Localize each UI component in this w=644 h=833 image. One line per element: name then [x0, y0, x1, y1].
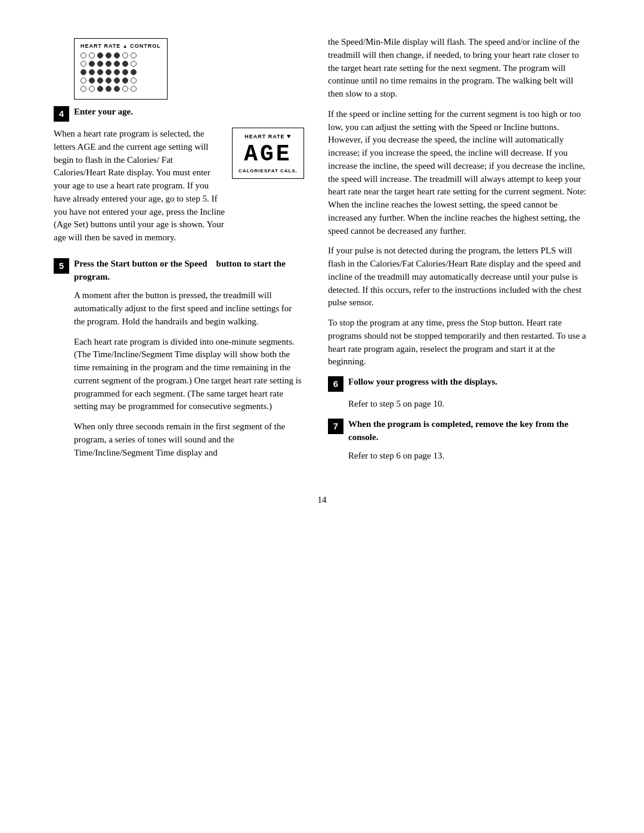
- dot: [131, 78, 137, 83]
- step-7-title: When the program is completed, remove th…: [348, 418, 590, 444]
- step-7-para1: Refer to step 6 on page 13.: [348, 450, 590, 463]
- age-display: HEART RATE ♥ AGE CALORIES FAT CALS.: [232, 128, 304, 179]
- dot: [106, 52, 112, 58]
- step-7-content: Refer to step 6 on page 13.: [348, 450, 590, 463]
- two-column-layout: HEART RATE ▲ CONTROL: [54, 36, 590, 470]
- dot: [80, 78, 86, 83]
- step-4: 4 Enter your age.: [54, 106, 304, 122]
- dot: [97, 78, 103, 83]
- age-display-top-label: HEART RATE ♥: [239, 132, 298, 141]
- dot: [80, 69, 86, 75]
- dot: [89, 86, 95, 92]
- dot: [114, 61, 120, 67]
- step-5-title-block: Press the Start button or the Speed butt…: [74, 258, 304, 284]
- age-display-bottom: CALORIES FAT CALS.: [239, 168, 298, 175]
- dot: [114, 52, 120, 58]
- step-5: 5 Press the Start button or the Speed bu…: [54, 258, 304, 284]
- dot: [122, 78, 128, 83]
- dot: [106, 78, 112, 83]
- step-4-para1: When a heart rate program is selected, t…: [54, 128, 226, 244]
- step-4-content: When a heart rate program is selected, t…: [54, 128, 226, 252]
- right-para4: To stop the program at any time, press t…: [328, 317, 590, 368]
- dot: [80, 61, 86, 67]
- step-6: 6 Follow your progress with the displays…: [328, 376, 590, 392]
- right-para3: If your pulse is not detected during the…: [328, 244, 590, 309]
- dot: [89, 69, 95, 75]
- step-6-para1: Refer to step 5 on page 10.: [348, 398, 590, 411]
- dot: [89, 78, 95, 83]
- dot: [97, 52, 103, 58]
- dot: [80, 86, 86, 92]
- dot: [106, 61, 112, 67]
- step-5-title: Press the Start button or the Speed butt…: [74, 259, 286, 281]
- dot: [122, 69, 128, 75]
- dot: [80, 52, 86, 58]
- dot: [89, 52, 95, 58]
- step-6-title: Follow your progress with the displays.: [348, 376, 497, 389]
- age-display-digits: AGE: [239, 143, 298, 166]
- step-5-content: A moment after the button is pressed, th…: [74, 289, 304, 459]
- dot: [114, 69, 120, 75]
- dot: [122, 86, 128, 92]
- heart-rate-control-diagram: HEART RATE ▲ CONTROL: [74, 38, 168, 100]
- dot: [114, 78, 120, 83]
- dot: [97, 61, 103, 67]
- dot: [97, 86, 103, 92]
- dot: [97, 69, 103, 75]
- dot: [106, 69, 112, 75]
- step-6-number: 6: [328, 376, 343, 392]
- step-7: 7 When the program is completed, remove …: [328, 418, 590, 444]
- step-7-number: 7: [328, 419, 343, 434]
- dot: [114, 86, 120, 92]
- step-5-para3: When only three seconds remain in the fi…: [74, 420, 304, 459]
- right-column: the Speed/Min-Mile display will flash. T…: [328, 36, 590, 470]
- right-para1: the Speed/Min-Mile display will flash. T…: [328, 36, 590, 101]
- dot: [106, 86, 112, 92]
- page-number: 14: [54, 494, 590, 507]
- dot: [131, 86, 137, 92]
- step-6-content: Refer to step 5 on page 10.: [348, 398, 590, 411]
- step-5-para2: Each heart rate program is divided into …: [74, 336, 304, 414]
- step-5-para1: A moment after the button is pressed, th…: [74, 289, 304, 328]
- age-display-box: HEART RATE ♥ AGE CALORIES FAT CALS.: [232, 128, 304, 179]
- right-para2: If the speed or incline setting for the …: [328, 108, 590, 238]
- step-4-title: Enter your age.: [74, 106, 133, 119]
- dot: [131, 52, 137, 58]
- left-column: HEART RATE ▲ CONTROL: [54, 36, 304, 470]
- calories-label: CALORIES: [239, 168, 268, 175]
- dot: [122, 61, 128, 67]
- dot: [131, 69, 137, 75]
- heart-icon: ♥: [287, 132, 292, 140]
- step-4-number: 4: [54, 106, 69, 122]
- dot: [89, 61, 95, 67]
- dot: [131, 61, 137, 67]
- step-5-number: 5: [54, 258, 69, 274]
- hr-control-label: HEART RATE ▲ CONTROL: [80, 42, 161, 50]
- dot: [122, 52, 128, 58]
- fat-cals-label: FAT CALS.: [268, 168, 298, 175]
- page: HEART RATE ▲ CONTROL: [0, 0, 644, 833]
- dot-grid: [80, 52, 161, 93]
